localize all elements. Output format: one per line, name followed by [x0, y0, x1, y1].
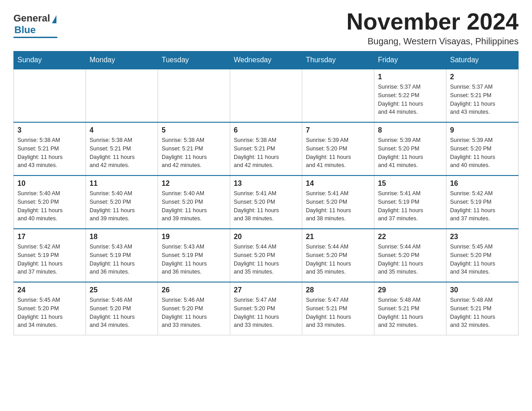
day-info: Sunrise: 5:40 AMSunset: 5:20 PMDaylight:…: [90, 189, 154, 223]
calendar-day-cell: 11Sunrise: 5:40 AMSunset: 5:20 PMDayligh…: [86, 176, 158, 229]
day-info: Sunrise: 5:43 AMSunset: 5:19 PMDaylight:…: [162, 243, 226, 276]
day-info: Sunrise: 5:46 AMSunset: 5:20 PMDaylight:…: [162, 296, 226, 330]
day-number: 4: [90, 126, 154, 134]
day-of-week-header: Thursday: [302, 51, 374, 69]
day-of-week-header: Wednesday: [230, 51, 302, 69]
day-number: 23: [450, 233, 515, 241]
day-number: 25: [90, 286, 154, 294]
day-info: Sunrise: 5:40 AMSunset: 5:20 PMDaylight:…: [162, 189, 226, 223]
day-info: Sunrise: 5:44 AMSunset: 5:20 PMDaylight:…: [378, 243, 442, 276]
day-number: 2: [450, 73, 515, 81]
day-number: 3: [17, 126, 82, 134]
day-number: 16: [450, 180, 515, 188]
day-of-week-header: Monday: [86, 51, 158, 69]
logo-general-text: General: [13, 13, 50, 24]
logo-arrow-icon: [52, 15, 56, 23]
calendar-day-cell: 7Sunrise: 5:39 AMSunset: 5:20 PMDaylight…: [302, 122, 374, 176]
day-number: 29: [378, 286, 442, 294]
day-of-week-header: Saturday: [446, 51, 519, 69]
day-info: Sunrise: 5:48 AMSunset: 5:21 PMDaylight:…: [378, 296, 442, 330]
day-number: 15: [378, 180, 442, 188]
logo-blue-text: Blue: [14, 24, 36, 36]
calendar-day-cell: 29Sunrise: 5:48 AMSunset: 5:21 PMDayligh…: [374, 282, 446, 335]
day-info: Sunrise: 5:38 AMSunset: 5:21 PMDaylight:…: [90, 136, 154, 170]
calendar-week-row: 24Sunrise: 5:45 AMSunset: 5:20 PMDayligh…: [14, 282, 519, 335]
day-info: Sunrise: 5:42 AMSunset: 5:19 PMDaylight:…: [450, 189, 515, 223]
calendar-week-row: 17Sunrise: 5:42 AMSunset: 5:19 PMDayligh…: [14, 229, 519, 282]
day-info: Sunrise: 5:47 AMSunset: 5:21 PMDaylight:…: [306, 296, 370, 330]
day-info: Sunrise: 5:39 AMSunset: 5:20 PMDaylight:…: [450, 136, 515, 170]
page-header: General Blue November 2024 Bugang, Weste…: [13, 9, 519, 47]
day-info: Sunrise: 5:38 AMSunset: 5:21 PMDaylight:…: [162, 136, 226, 170]
day-info: Sunrise: 5:41 AMSunset: 5:19 PMDaylight:…: [378, 189, 442, 223]
calendar-day-cell: 10Sunrise: 5:40 AMSunset: 5:20 PMDayligh…: [14, 176, 86, 229]
day-info: Sunrise: 5:48 AMSunset: 5:21 PMDaylight:…: [450, 296, 515, 330]
day-number: 17: [17, 233, 82, 241]
calendar-day-cell: 16Sunrise: 5:42 AMSunset: 5:19 PMDayligh…: [446, 176, 519, 229]
calendar-day-cell: 12Sunrise: 5:40 AMSunset: 5:20 PMDayligh…: [158, 176, 230, 229]
calendar-day-cell: 1Sunrise: 5:37 AMSunset: 5:22 PMDaylight…: [374, 69, 446, 122]
calendar-day-cell: 6Sunrise: 5:38 AMSunset: 5:21 PMDaylight…: [230, 122, 302, 176]
calendar-day-cell: [158, 69, 230, 122]
calendar-day-cell: [86, 69, 158, 122]
day-of-week-header: Sunday: [14, 51, 86, 69]
calendar-header: SundayMondayTuesdayWednesdayThursdayFrid…: [14, 51, 519, 69]
calendar-day-cell: 27Sunrise: 5:47 AMSunset: 5:20 PMDayligh…: [230, 282, 302, 335]
day-number: 7: [306, 126, 370, 134]
day-number: 10: [17, 180, 82, 188]
day-number: 14: [306, 180, 370, 188]
calendar-day-cell: 23Sunrise: 5:45 AMSunset: 5:20 PMDayligh…: [446, 229, 519, 282]
day-info: Sunrise: 5:44 AMSunset: 5:20 PMDaylight:…: [306, 243, 370, 276]
day-info: Sunrise: 5:46 AMSunset: 5:20 PMDaylight:…: [90, 296, 154, 330]
day-number: 8: [378, 126, 442, 134]
calendar-day-cell: 5Sunrise: 5:38 AMSunset: 5:21 PMDaylight…: [158, 122, 230, 176]
day-number: 1: [378, 73, 442, 81]
calendar-table: SundayMondayTuesdayWednesdayThursdayFrid…: [13, 51, 519, 335]
day-info: Sunrise: 5:47 AMSunset: 5:20 PMDaylight:…: [234, 296, 298, 330]
location-title: Bugang, Western Visayas, Philippines: [347, 36, 519, 47]
day-info: Sunrise: 5:41 AMSunset: 5:20 PMDaylight:…: [234, 189, 298, 223]
day-number: 18: [90, 233, 154, 241]
logo-underline: [13, 37, 57, 38]
day-number: 12: [162, 180, 226, 188]
day-number: 28: [306, 286, 370, 294]
title-area: November 2024 Bugang, Western Visayas, P…: [347, 9, 519, 47]
day-number: 22: [378, 233, 442, 241]
calendar-day-cell: 26Sunrise: 5:46 AMSunset: 5:20 PMDayligh…: [158, 282, 230, 335]
day-number: 6: [234, 126, 298, 134]
logo: General Blue: [13, 9, 57, 38]
calendar-day-cell: 24Sunrise: 5:45 AMSunset: 5:20 PMDayligh…: [14, 282, 86, 335]
day-info: Sunrise: 5:45 AMSunset: 5:20 PMDaylight:…: [17, 296, 82, 330]
month-title: November 2024: [347, 9, 519, 34]
calendar-day-cell: 30Sunrise: 5:48 AMSunset: 5:21 PMDayligh…: [446, 282, 519, 335]
calendar-day-cell: 3Sunrise: 5:38 AMSunset: 5:21 PMDaylight…: [14, 122, 86, 176]
calendar-day-cell: 21Sunrise: 5:44 AMSunset: 5:20 PMDayligh…: [302, 229, 374, 282]
day-number: 9: [450, 126, 515, 134]
calendar-day-cell: 28Sunrise: 5:47 AMSunset: 5:21 PMDayligh…: [302, 282, 374, 335]
day-number: 19: [162, 233, 226, 241]
calendar-body: 1Sunrise: 5:37 AMSunset: 5:22 PMDaylight…: [14, 69, 519, 335]
day-number: 27: [234, 286, 298, 294]
calendar-day-cell: 20Sunrise: 5:44 AMSunset: 5:20 PMDayligh…: [230, 229, 302, 282]
day-info: Sunrise: 5:39 AMSunset: 5:20 PMDaylight:…: [306, 136, 370, 170]
calendar-day-cell: 2Sunrise: 5:37 AMSunset: 5:21 PMDaylight…: [446, 69, 519, 122]
day-info: Sunrise: 5:41 AMSunset: 5:20 PMDaylight:…: [306, 189, 370, 223]
day-info: Sunrise: 5:38 AMSunset: 5:21 PMDaylight:…: [234, 136, 298, 170]
day-of-week-header: Tuesday: [158, 51, 230, 69]
day-info: Sunrise: 5:37 AMSunset: 5:22 PMDaylight:…: [378, 83, 442, 116]
calendar-day-cell: [302, 69, 374, 122]
calendar-day-cell: 25Sunrise: 5:46 AMSunset: 5:20 PMDayligh…: [86, 282, 158, 335]
day-info: Sunrise: 5:37 AMSunset: 5:21 PMDaylight:…: [450, 83, 515, 116]
calendar-day-cell: 13Sunrise: 5:41 AMSunset: 5:20 PMDayligh…: [230, 176, 302, 229]
day-info: Sunrise: 5:42 AMSunset: 5:19 PMDaylight:…: [17, 243, 82, 276]
calendar-day-cell: 17Sunrise: 5:42 AMSunset: 5:19 PMDayligh…: [14, 229, 86, 282]
day-number: 5: [162, 126, 226, 134]
day-number: 26: [162, 286, 226, 294]
calendar-day-cell: 15Sunrise: 5:41 AMSunset: 5:19 PMDayligh…: [374, 176, 446, 229]
day-number: 20: [234, 233, 298, 241]
day-info: Sunrise: 5:40 AMSunset: 5:20 PMDaylight:…: [17, 189, 82, 223]
calendar-day-cell: 22Sunrise: 5:44 AMSunset: 5:20 PMDayligh…: [374, 229, 446, 282]
day-of-week-header: Friday: [374, 51, 446, 69]
day-number: 24: [17, 286, 82, 294]
day-info: Sunrise: 5:38 AMSunset: 5:21 PMDaylight:…: [17, 136, 82, 170]
